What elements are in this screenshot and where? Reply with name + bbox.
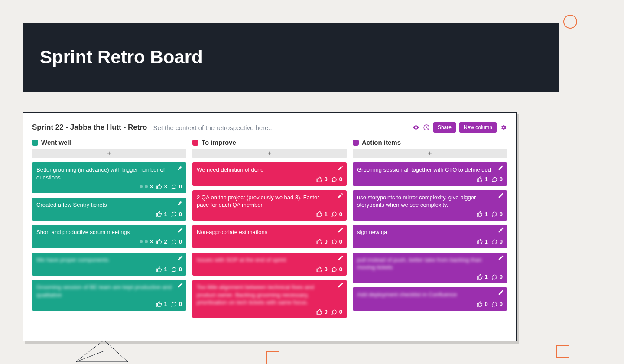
comment-icon[interactable] bbox=[171, 184, 177, 190]
add-card-button[interactable]: + bbox=[192, 149, 347, 158]
like-count: 2 bbox=[164, 238, 167, 246]
pencil-icon[interactable] bbox=[177, 255, 183, 261]
board-context-input[interactable]: Set the context of the retrospective her… bbox=[153, 124, 406, 131]
new-column-button[interactable]: New column bbox=[459, 122, 497, 133]
comment-count: 0 bbox=[179, 238, 182, 246]
comment-icon[interactable] bbox=[491, 211, 497, 217]
comment-icon[interactable] bbox=[331, 309, 337, 315]
comment-icon[interactable] bbox=[171, 239, 177, 245]
retro-card[interactable]: Grooming session all together with CTO t… bbox=[353, 162, 507, 186]
comment-icon[interactable] bbox=[171, 301, 177, 307]
retro-card[interactable]: Non-appropriate estimations00 bbox=[192, 225, 347, 248]
retro-card[interactable]: pull instead of push, better take from b… bbox=[353, 253, 507, 283]
card-text: Non-appropriate estimations bbox=[197, 228, 342, 236]
retro-card[interactable]: Created a few Sentry tickets10 bbox=[32, 198, 186, 221]
thumb-up-icon[interactable] bbox=[477, 176, 483, 182]
comment-icon[interactable] bbox=[171, 211, 177, 217]
thumb-up-icon[interactable] bbox=[156, 184, 162, 190]
comment-icon[interactable] bbox=[331, 266, 337, 273]
comment-icon[interactable] bbox=[331, 211, 337, 217]
thumb-up-icon[interactable] bbox=[477, 301, 483, 307]
comment-icon[interactable] bbox=[491, 176, 497, 182]
comment-icon[interactable] bbox=[171, 266, 177, 273]
merge-dot bbox=[145, 185, 148, 188]
share-button[interactable]: Share bbox=[433, 122, 456, 133]
card-text: Created a few Sentry tickets bbox=[36, 201, 182, 209]
board-toolbar: Share New column bbox=[413, 122, 507, 133]
like-count: 0 bbox=[325, 176, 328, 183]
comment-count: 0 bbox=[339, 176, 342, 183]
card-footer: ×20 bbox=[36, 238, 182, 246]
card-footer: 00 bbox=[197, 176, 342, 183]
close-icon[interactable]: × bbox=[150, 238, 153, 246]
like-count: 1 bbox=[164, 211, 167, 218]
thumb-up-icon[interactable] bbox=[156, 301, 162, 307]
card-footer: 10 bbox=[357, 211, 503, 218]
column-header: Action items bbox=[353, 139, 507, 146]
comment-count: 0 bbox=[339, 211, 342, 218]
retro-card[interactable]: We have proper components10 bbox=[32, 253, 186, 276]
clock-icon[interactable] bbox=[423, 124, 430, 131]
comment-icon[interactable] bbox=[331, 176, 337, 182]
thumb-up-icon[interactable] bbox=[477, 239, 483, 245]
pencil-icon[interactable] bbox=[498, 227, 504, 233]
pencil-icon[interactable] bbox=[338, 255, 344, 261]
pencil-icon[interactable] bbox=[177, 200, 183, 206]
close-icon[interactable]: × bbox=[150, 183, 153, 191]
merge-dot bbox=[140, 185, 143, 188]
column-title: Went well bbox=[41, 139, 71, 146]
thumb-up-icon[interactable] bbox=[316, 176, 322, 182]
card-footer: 10 bbox=[36, 266, 182, 273]
retro-card[interactable]: Too little alignment between technical f… bbox=[192, 280, 347, 318]
retro-card[interactable]: Add deployment checklist in Confluence00 bbox=[353, 287, 507, 311]
card-text: Grooming session of BE team are kept pro… bbox=[36, 283, 182, 299]
thumb-up-icon[interactable] bbox=[156, 211, 162, 217]
like-count: 1 bbox=[164, 300, 167, 308]
retro-card[interactable]: Short and productive scrum meetings×20 bbox=[32, 225, 186, 248]
thumb-up-icon[interactable] bbox=[477, 211, 483, 217]
card-footer: 00 bbox=[357, 300, 503, 308]
like-count: 1 bbox=[325, 211, 328, 218]
retro-card[interactable]: Grooming session of BE team are kept pro… bbox=[32, 280, 186, 311]
pencil-icon[interactable] bbox=[338, 227, 344, 233]
comment-icon[interactable] bbox=[491, 274, 497, 280]
card-text: sign new qa bbox=[357, 228, 503, 236]
retro-card[interactable]: 2 QA on the project (previously we had 3… bbox=[192, 190, 347, 221]
comment-icon[interactable] bbox=[331, 239, 337, 245]
thumb-up-icon[interactable] bbox=[316, 239, 322, 245]
pencil-icon[interactable] bbox=[498, 165, 504, 171]
pencil-icon[interactable] bbox=[338, 165, 344, 171]
decor-triangle bbox=[74, 338, 130, 364]
thumb-up-icon[interactable] bbox=[316, 266, 322, 273]
board-header: Sprint 22 - Jabba the Hutt - Retro Set t… bbox=[32, 122, 507, 133]
pencil-icon[interactable] bbox=[177, 227, 183, 233]
pencil-icon[interactable] bbox=[498, 192, 504, 198]
pencil-icon[interactable] bbox=[338, 282, 344, 288]
pencil-icon[interactable] bbox=[498, 289, 504, 296]
retro-card[interactable]: Better grooming (in advance) with bigger… bbox=[32, 162, 186, 193]
retro-card[interactable]: sign new qa10 bbox=[353, 225, 507, 248]
column-color-dot bbox=[32, 140, 38, 146]
thumb-up-icon[interactable] bbox=[156, 239, 162, 245]
comment-icon[interactable] bbox=[491, 239, 497, 245]
decor-square-cut bbox=[266, 351, 280, 364]
eye-icon[interactable] bbox=[413, 124, 419, 131]
gear-icon[interactable] bbox=[500, 124, 507, 131]
thumb-up-icon[interactable] bbox=[316, 309, 322, 315]
comment-icon[interactable] bbox=[491, 301, 497, 307]
pencil-icon[interactable] bbox=[338, 192, 344, 198]
pencil-icon[interactable] bbox=[177, 282, 183, 288]
thumb-up-icon[interactable] bbox=[316, 211, 322, 217]
retro-card[interactable]: use storypoints to mirror complexity, gi… bbox=[353, 190, 507, 221]
pencil-icon[interactable] bbox=[498, 255, 504, 261]
card-text: Add deployment checklist in Confluence bbox=[357, 291, 503, 299]
pencil-icon[interactable] bbox=[177, 165, 183, 171]
column-title: To improve bbox=[202, 139, 236, 146]
add-card-button[interactable]: + bbox=[32, 149, 186, 158]
thumb-up-icon[interactable] bbox=[477, 274, 483, 280]
retro-card[interactable]: Issues with SOP at the end of sprint00 bbox=[192, 253, 347, 276]
add-card-button[interactable]: + bbox=[353, 149, 507, 158]
card-text: 2 QA on the project (previously we had 3… bbox=[197, 194, 342, 209]
thumb-up-icon[interactable] bbox=[156, 266, 162, 273]
retro-card[interactable]: We need definition of done00 bbox=[192, 162, 347, 186]
